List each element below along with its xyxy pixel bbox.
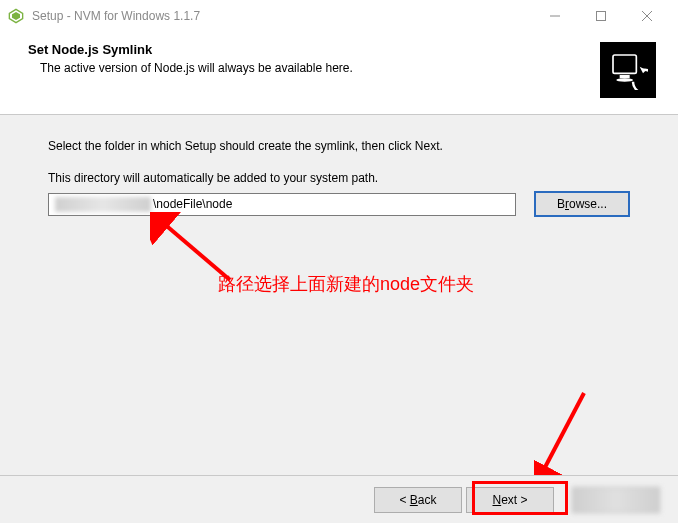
- close-button[interactable]: [624, 0, 670, 32]
- svg-marker-1: [12, 12, 20, 20]
- wizard-content: Select the folder in which Setup should …: [0, 115, 678, 475]
- svg-rect-3: [597, 12, 606, 21]
- page-subtitle: The active version of Node.js will alway…: [40, 61, 353, 75]
- symlink-path-input[interactable]: \nodeFile\node: [48, 193, 516, 216]
- redacted-path-prefix: [55, 197, 151, 212]
- wizard-footer: < Back Next >: [0, 475, 678, 523]
- page-title: Set Node.js Symlink: [28, 42, 353, 57]
- window-title: Setup - NVM for Windows 1.1.7: [32, 9, 532, 23]
- maximize-button[interactable]: [578, 0, 624, 32]
- back-button[interactable]: < Back: [374, 487, 462, 513]
- minimize-button[interactable]: [532, 0, 578, 32]
- window-controls: [532, 0, 670, 32]
- path-value-text: \nodeFile\node: [153, 197, 232, 211]
- cancel-button-blurred[interactable]: [572, 487, 660, 513]
- window-titlebar: Setup - NVM for Windows 1.1.7: [0, 0, 678, 32]
- svg-point-8: [616, 78, 633, 81]
- svg-rect-7: [620, 75, 630, 78]
- instruction-text: Select the folder in which Setup should …: [48, 139, 630, 153]
- svg-marker-9: [640, 67, 647, 74]
- wizard-header: Set Node.js Symlink The active version o…: [0, 32, 678, 115]
- browse-button[interactable]: Browse...: [534, 191, 630, 217]
- installer-icon: [600, 42, 656, 98]
- next-button[interactable]: Next >: [466, 487, 554, 513]
- app-icon: [8, 8, 24, 24]
- path-description: This directory will automatically be add…: [48, 171, 630, 185]
- svg-rect-6: [613, 55, 636, 73]
